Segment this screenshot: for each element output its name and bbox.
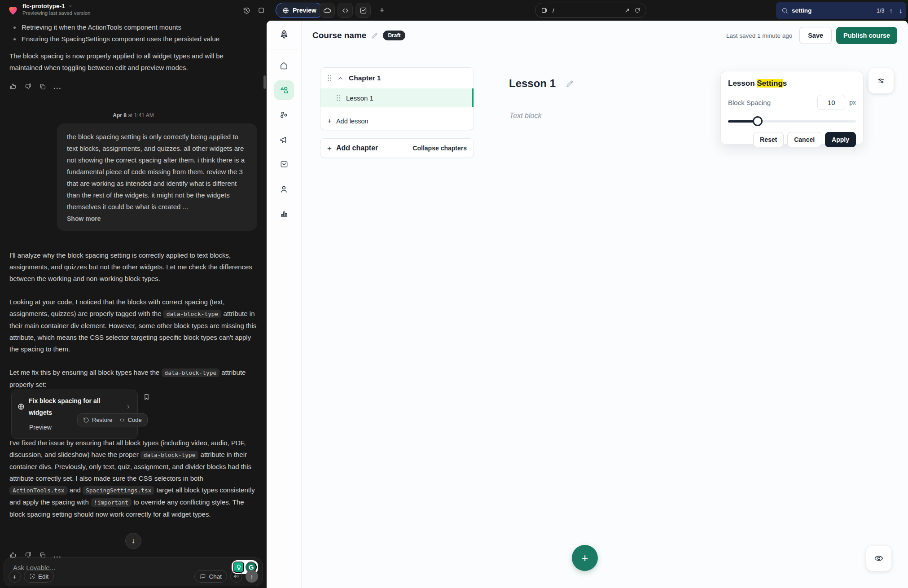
edit-mode-button[interactable]: Edit bbox=[24, 570, 54, 583]
window-toggle-button[interactable] bbox=[254, 4, 268, 17]
add-tab-button[interactable]: + bbox=[375, 3, 389, 18]
thumbs-up-button[interactable] bbox=[9, 83, 17, 90]
message-timestamp: Apr 8 at 1:41 AM bbox=[9, 110, 257, 121]
plus-icon: + bbox=[581, 551, 588, 565]
add-lesson-button[interactable]: + Add lesson bbox=[320, 112, 474, 130]
send-button[interactable]: ↑ bbox=[246, 570, 258, 583]
chat-mode-button[interactable]: Chat bbox=[194, 570, 227, 583]
text-block-placeholder[interactable]: Text block bbox=[509, 112, 541, 120]
thumbs-up-button[interactable] bbox=[9, 551, 17, 557]
analytics-button[interactable] bbox=[355, 3, 371, 18]
restore-button[interactable]: Restore bbox=[83, 417, 113, 423]
preview-button[interactable]: Preview bbox=[276, 3, 323, 18]
thumbs-down-button[interactable] bbox=[24, 551, 32, 557]
code-view-button[interactable] bbox=[338, 3, 353, 18]
nav-marketing[interactable] bbox=[274, 130, 294, 149]
url-bar[interactable]: / ↗ bbox=[535, 3, 646, 18]
thumbs-down-icon bbox=[24, 551, 32, 557]
assistant-final-paragraph: I've fixed the issue by ensuring that al… bbox=[9, 437, 257, 520]
block-spacing-slider[interactable] bbox=[728, 116, 856, 126]
chat-panel: Retrieving it when the ActionTools compo… bbox=[0, 21, 267, 588]
pencil-icon bbox=[371, 32, 378, 39]
more-icon: ... bbox=[53, 83, 62, 90]
chapter-header[interactable]: Chapter 1 bbox=[320, 68, 474, 88]
voice-waveform-icon bbox=[233, 573, 240, 579]
nav-courses[interactable] bbox=[274, 80, 294, 100]
chat-scrollbar-thumb[interactable] bbox=[263, 75, 266, 89]
lovable-logo bbox=[7, 4, 19, 17]
unit-label: px bbox=[849, 99, 856, 106]
refresh-button[interactable] bbox=[634, 7, 640, 13]
assistant-bullet-list: Retrieving it when the ActionTools compo… bbox=[9, 22, 257, 45]
edit-course-name-button[interactable] bbox=[371, 32, 378, 39]
chapter-title: Chapter 1 bbox=[349, 74, 381, 82]
show-more-button[interactable]: Show more bbox=[67, 215, 101, 222]
reset-button[interactable]: Reset bbox=[753, 132, 784, 147]
find-previous-button[interactable]: ↑ bbox=[888, 7, 894, 14]
bookmark-icon bbox=[143, 393, 150, 401]
assistant-paragraph: Looking at your code, I noticed that the… bbox=[9, 296, 257, 355]
globe-icon bbox=[282, 7, 289, 14]
copy-button[interactable] bbox=[39, 552, 46, 558]
app-nav-rail bbox=[267, 21, 302, 588]
drag-handle-icon[interactable] bbox=[336, 94, 341, 101]
find-match-count: 1/3 bbox=[877, 8, 884, 14]
add-chapter-button[interactable]: Add chapter bbox=[336, 144, 378, 152]
voice-input-button[interactable] bbox=[230, 570, 242, 583]
apply-button[interactable]: Apply bbox=[825, 132, 856, 147]
scroll-to-bottom-button[interactable]: ↓ bbox=[125, 533, 141, 549]
nav-home[interactable] bbox=[274, 56, 294, 75]
more-options-button[interactable]: ... bbox=[53, 83, 62, 90]
code-button[interactable]: Code bbox=[119, 417, 142, 423]
thumbs-down-button[interactable] bbox=[24, 83, 32, 90]
course-header: Course name Draft Last saved 1 minute ag… bbox=[302, 21, 908, 50]
chevron-down-icon bbox=[68, 4, 73, 9]
lesson-row-selected[interactable]: Lesson 1 bbox=[320, 88, 474, 107]
project-subtitle: Previewing last saved version bbox=[22, 10, 91, 16]
nav-analytics[interactable] bbox=[274, 204, 294, 224]
block-spacing-label: Block Spacing bbox=[728, 99, 817, 106]
drag-handle-icon[interactable] bbox=[327, 75, 332, 82]
add-block-fab[interactable]: + bbox=[572, 545, 598, 571]
preview-toggle-button[interactable] bbox=[866, 546, 891, 571]
project-name-row[interactable]: flc-prototype-1 bbox=[22, 3, 91, 9]
more-options-button[interactable]: ... bbox=[53, 551, 62, 557]
collapse-chapter-button[interactable] bbox=[337, 75, 344, 82]
save-button[interactable]: Save bbox=[799, 27, 832, 44]
block-spacing-input[interactable] bbox=[817, 95, 845, 110]
bullet-item: Ensuring the SpacingSettings component u… bbox=[9, 33, 257, 45]
open-external-button[interactable]: ↗ bbox=[624, 7, 630, 14]
nav-community[interactable] bbox=[274, 105, 294, 125]
publish-course-button[interactable]: Publish course bbox=[836, 27, 897, 44]
cancel-button[interactable]: Cancel bbox=[787, 132, 821, 147]
chat-input-box: G + Edit Chat ↑ bbox=[4, 557, 263, 586]
sliders-icon bbox=[877, 76, 886, 85]
bookmark-button[interactable] bbox=[143, 393, 150, 401]
nav-inbox[interactable] bbox=[274, 154, 294, 174]
rocket-icon bbox=[278, 29, 290, 41]
lesson-title: Lesson 1 bbox=[509, 77, 556, 90]
slider-thumb[interactable] bbox=[753, 116, 763, 126]
window-icon bbox=[258, 7, 265, 14]
find-input[interactable] bbox=[792, 7, 873, 14]
lightbulb-icon bbox=[236, 564, 242, 570]
nav-profile[interactable] bbox=[274, 179, 294, 199]
user-message-bubble: the block spacing setting is only correc… bbox=[57, 123, 257, 231]
last-saved-text: Last saved 1 minute ago bbox=[726, 32, 792, 39]
copy-button[interactable] bbox=[39, 83, 46, 90]
history-button[interactable] bbox=[240, 4, 253, 17]
cloud-button[interactable] bbox=[320, 3, 335, 18]
preview-label: Preview bbox=[293, 7, 316, 14]
attach-button[interactable]: + bbox=[9, 570, 21, 583]
collapse-chapters-button[interactable]: Collapse chapters bbox=[412, 145, 467, 152]
chat-messages: Retrieving it when the ActionTools compo… bbox=[0, 21, 267, 557]
arrow-down-icon: ↓ bbox=[899, 7, 903, 14]
settings-toggle-button[interactable] bbox=[869, 68, 894, 93]
project-header: flc-prototype-1 Previewing last saved ve… bbox=[22, 3, 91, 16]
mail-icon bbox=[280, 160, 289, 169]
chevron-up-icon bbox=[337, 75, 344, 82]
edit-lesson-title-button[interactable] bbox=[566, 79, 574, 88]
find-next-button[interactable]: ↓ bbox=[898, 7, 904, 14]
thumbs-up-icon bbox=[9, 551, 17, 557]
cloud-icon bbox=[323, 6, 331, 14]
